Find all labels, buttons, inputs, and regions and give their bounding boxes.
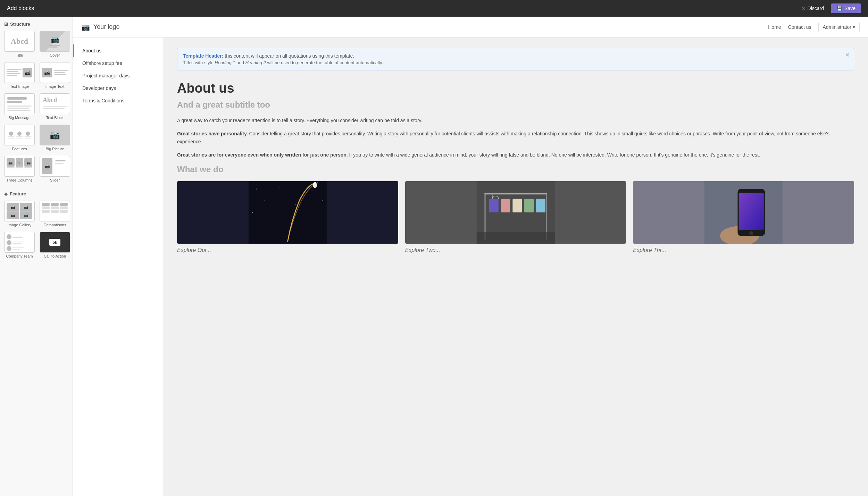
grid-icon: ⊞ (4, 22, 8, 27)
toc-panel: About us Offshore setup fee Project mana… (73, 37, 163, 496)
svg-point-3 (307, 192, 307, 193)
save-button[interactable]: 💾 Save (831, 3, 861, 13)
cover-line2 (49, 47, 58, 48)
block-cover-label: Cover (50, 53, 60, 57)
block-title[interactable]: Abcd Title (3, 30, 36, 59)
block-slider[interactable]: 📷 Slider (38, 154, 72, 184)
block-text-image[interactable]: 📷 Text-Image (3, 61, 36, 90)
block-big-picture-preview: 📷 (40, 125, 70, 145)
gallery-inner: 📷 📷 📷 📷 (5, 201, 34, 221)
nav-home[interactable]: Home (768, 24, 781, 30)
block-image-text[interactable]: 📷 Image-Text (38, 61, 72, 90)
col-card-3-label: Explore Thr... (633, 247, 854, 253)
toc-item-developer-days[interactable]: Developer days (73, 82, 163, 94)
banner-heading2: Heading 2 (245, 60, 266, 65)
svg-rect-13 (484, 193, 547, 194)
body2-strong: Great stories have personality. (177, 131, 248, 136)
svg-point-8 (295, 204, 296, 205)
banner-sub-post: will be used to generate the table of co… (267, 60, 383, 65)
block-comparisons-preview (40, 201, 70, 221)
nav-admin[interactable]: Administrator ▾ (818, 22, 860, 32)
diamond-icon: ◈ (4, 191, 8, 196)
admin-label: Administrator (823, 24, 851, 30)
block-features-preview (4, 125, 35, 145)
discard-label: Discard (808, 6, 824, 11)
banner-close-button[interactable]: ✕ (845, 52, 850, 58)
block-big-message[interactable]: Big Message (3, 92, 36, 121)
col-card-2-img (405, 181, 626, 244)
svg-rect-0 (249, 181, 327, 244)
logo-camera-icon: 📷 (81, 23, 90, 31)
toc-label-project-manager: Project manager days (82, 73, 130, 78)
camera-big-icon: 📷 (50, 130, 60, 140)
svg-point-1 (256, 188, 257, 189)
block-cover[interactable]: 📷 Cover (38, 30, 72, 59)
block-features-label: Features (12, 147, 27, 151)
block-big-picture[interactable]: 📷 Big Picture (38, 123, 72, 152)
block-text-image-label: Text-Image (10, 84, 29, 89)
page-with-toc: About us Offshore setup fee Project mana… (73, 37, 868, 496)
discard-button[interactable]: ✕ Discard (797, 3, 828, 14)
template-banner: Template Header: this content will appea… (177, 48, 854, 70)
rocket-svg (177, 181, 398, 244)
block-slider-label: Slider (50, 178, 60, 182)
block-big-message-label: Big Message (8, 116, 31, 120)
svg-rect-16 (501, 199, 510, 212)
block-comparisons[interactable]: Comparisons (38, 199, 72, 228)
what-we-do-heading: What we do (177, 165, 854, 174)
block-text-block-label: Text Block (46, 116, 64, 120)
block-call-to-action-label: Call to Action (44, 254, 66, 258)
svg-rect-18 (524, 199, 534, 212)
structure-grid: Abcd Title 📷 Cover (0, 30, 73, 186)
col-card-1: Explore Our... (177, 181, 398, 253)
block-comparisons-label: Comparisons (44, 223, 66, 227)
block-company-team[interactable]: Company Team (3, 230, 36, 260)
nav-contact[interactable]: Contact us (788, 24, 811, 30)
toc-item-about-us[interactable]: About us (73, 44, 163, 57)
body-paragraph-2: Great stories have personality. Consider… (177, 130, 854, 145)
block-call-to-action[interactable]: ok Call to Action (38, 230, 72, 260)
topbar-actions: ✕ Discard 💾 Save (797, 3, 861, 14)
image-text-lines (53, 70, 68, 75)
nav-bar: 📷 Your logo Home Contact us Administrato… (73, 17, 868, 37)
main-content: Template Header: this content will appea… (163, 37, 868, 496)
three-columns-section: Explore Our... (177, 181, 854, 253)
toc-item-offshore[interactable]: Offshore setup fee (73, 57, 163, 69)
block-title-preview: Abcd (4, 31, 35, 52)
svg-point-5 (264, 200, 265, 201)
body3-rest: If you try to write with a wide general … (349, 152, 760, 158)
block-call-to-action-preview: ok (40, 232, 70, 253)
block-text-block[interactable]: Abcd Text Block (38, 92, 72, 121)
svg-point-6 (322, 200, 323, 201)
svg-rect-17 (512, 199, 522, 212)
svg-rect-20 (476, 232, 554, 244)
cta-btn-preview: ok (49, 239, 61, 246)
structure-label: Structure (10, 22, 30, 27)
body-paragraph-3: Great stories are for everyone even when… (177, 151, 854, 159)
block-three-columns[interactable]: 📷 ≡ 📷 (3, 154, 36, 184)
sidebar: ⊞ Structure Abcd Title 📷 (0, 17, 73, 496)
svg-point-2 (279, 186, 280, 187)
toc-item-project-manager[interactable]: Project manager days (73, 69, 163, 82)
col-card-1-label: Explore Our... (177, 247, 398, 253)
block-image-gallery-preview: 📷 📷 📷 📷 (4, 201, 35, 221)
text-image-img: 📷 (23, 68, 32, 77)
svg-rect-25 (739, 193, 764, 230)
col-card-1-img (177, 181, 398, 244)
toc-item-terms[interactable]: Terms & Conditions (73, 94, 163, 107)
block-image-text-preview: 📷 (40, 62, 70, 83)
banner-sub: Titles with style Heading 1 and Heading … (183, 60, 848, 65)
svg-rect-19 (536, 199, 545, 212)
logo-text: Your logo (93, 23, 119, 31)
banner-sub-pre: Titles with style (183, 60, 215, 65)
body3-strong: Great stories are for everyone even when… (177, 152, 348, 158)
block-slider-preview: 📷 (40, 156, 70, 177)
company-team-inner (5, 232, 34, 252)
block-features[interactable]: Features (3, 123, 36, 152)
block-image-gallery[interactable]: 📷 📷 📷 📷 Image Gallery (3, 199, 36, 228)
phone-svg (633, 181, 854, 244)
toc-label-about-us: About us (82, 48, 101, 53)
main-layout: ⊞ Structure Abcd Title 📷 (0, 17, 868, 496)
structure-section-title: ⊞ Structure (0, 17, 73, 30)
block-image-text-label: Image-Text (45, 84, 64, 89)
